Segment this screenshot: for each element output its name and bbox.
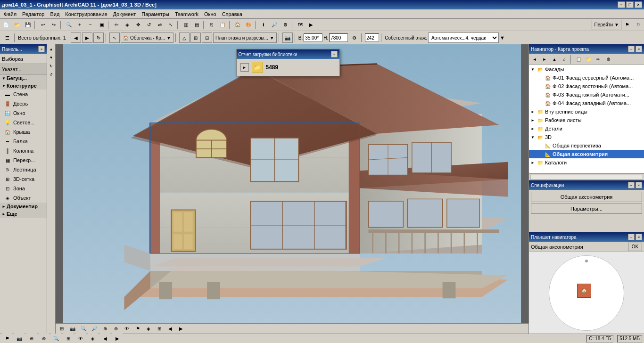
deselect-btn[interactable]: ▶ [82, 33, 92, 43]
status-btn-7[interactable]: 👁 [75, 334, 86, 343]
panel-toggle[interactable]: ☰ [2, 33, 12, 43]
status-btn-3[interactable]: ⊕ [26, 334, 37, 343]
sidebar-item-column[interactable]: ║ Колонна [0, 146, 47, 155]
view-dropdown[interactable]: План этажа и разрезы... ▼ [213, 33, 277, 43]
info-btn[interactable]: ℹ [258, 20, 269, 30]
mirror-btn[interactable]: ⇌ [155, 20, 165, 30]
save-btn[interactable]: 💾 [23, 20, 33, 30]
vp-btn-12[interactable]: ▶ [176, 324, 186, 334]
sidebar-section-docs[interactable]: ► Документир [0, 203, 47, 210]
3d-btn[interactable]: 🏠 [232, 20, 243, 30]
tree-item-facade1[interactable]: 🏠 Ф-01 Фасад серверный (Автома... [529, 74, 644, 82]
group-btn[interactable]: ▥ [181, 20, 191, 30]
nav-home-btn[interactable]: ⌂ [560, 55, 569, 64]
tree-item-facade3[interactable]: 🏠 Ф-03 Фасад южный (Автомати... [529, 90, 644, 99]
sidebar-item-zone[interactable]: ⊡ Зона [0, 184, 47, 193]
vp-btn-4[interactable]: 🔎 [89, 324, 99, 334]
3d-viewport[interactable] [56, 44, 528, 323]
find-btn[interactable]: 🔎 [269, 20, 280, 30]
ungroup-btn[interactable]: ▤ [191, 20, 202, 30]
menu-help[interactable]: Справка [219, 10, 245, 18]
new-btn[interactable]: 📄 [1, 20, 11, 30]
status-btn-2[interactable]: 📷 [14, 334, 25, 343]
nav-close-btn[interactable]: × [636, 46, 642, 52]
status-btn-8[interactable]: ◈ [88, 334, 98, 343]
shell-dropdown[interactable]: 🏠 Оболочка - Кр... ▼ [121, 33, 173, 43]
tree-item-interior[interactable]: ► 📁 Внутренние виды [529, 107, 644, 116]
settings-btn[interactable]: ⚙ [280, 20, 290, 30]
vp-btn-2[interactable]: 📷 [67, 324, 78, 334]
nav-up-btn[interactable]: ▲ [550, 55, 559, 64]
vp-btn-10[interactable]: ⊞ [154, 324, 165, 334]
nav-edit-btn[interactable]: ✏ [594, 55, 603, 64]
nav-copy-btn[interactable]: 📋 [574, 55, 583, 64]
copy-btn[interactable]: ⎘ [206, 20, 217, 30]
tree-item-working[interactable]: ► 📁 Рабочие листы [529, 116, 644, 124]
angle-h-input[interactable] [329, 33, 348, 42]
nav-tree[interactable]: ▼ 📂 Фасады 🏠 Ф-01 Фасад серверный (Автом… [529, 65, 644, 173]
paste-btn[interactable]: 📋 [217, 20, 228, 30]
angle-w-input[interactable] [304, 33, 322, 42]
nav-folder-btn[interactable]: 📁 [584, 55, 593, 64]
3d-tool-btn[interactable]: △ [179, 33, 190, 43]
maximize-button[interactable]: □ [626, 1, 634, 8]
menu-teamwork[interactable]: Teamwork [172, 10, 201, 18]
close-window-button[interactable]: × [635, 1, 642, 8]
vert-btn-1[interactable]: ▲ [48, 45, 55, 53]
floor-select[interactable]: Автоматическ...4. чердак [428, 33, 499, 43]
undo-btn[interactable]: ↩ [38, 20, 48, 30]
nav-btn[interactable]: 🗺 [295, 20, 305, 30]
nav-map-minimize-btn[interactable]: − [628, 234, 635, 240]
menu-edit[interactable]: Редактор [19, 10, 47, 18]
status-btn-4[interactable]: ⊗ [39, 334, 49, 343]
zoom-all[interactable]: 🔍 [64, 20, 74, 30]
status-btn-10[interactable]: ▶ [112, 334, 123, 343]
zoom-sel[interactable]: ▣ [96, 20, 107, 30]
section-tool-btn[interactable]: ⊟ [202, 33, 212, 43]
camera-btn[interactable]: 📷 [282, 33, 293, 43]
sidebar-section-more[interactable]: ► Еще [0, 210, 47, 218]
render-btn[interactable]: 🎨 [243, 20, 254, 30]
floor-num-input[interactable] [365, 33, 379, 42]
zoom-in[interactable]: + [74, 20, 85, 30]
spec-minimize-btn[interactable]: − [628, 182, 635, 188]
vert-btn-4[interactable]: ↺ [48, 71, 55, 78]
plan-tool-btn[interactable]: ⊞ [190, 33, 201, 43]
sidebar-item-light[interactable]: 💡 Светов... [0, 118, 47, 127]
status-btn-6[interactable]: ⊞ [63, 334, 74, 343]
status-btn-1[interactable]: ⚑ [2, 334, 12, 343]
menu-window[interactable]: Окно [201, 10, 219, 18]
sidebar-item-overlap[interactable]: ▦ Перекр... [0, 155, 47, 165]
select-btn[interactable]: ▶ [306, 20, 316, 30]
menu-params[interactable]: Параметры [139, 10, 172, 18]
status-btn-5[interactable]: 🔍 [51, 334, 61, 343]
nav-map-close-btn[interactable]: × [636, 234, 642, 240]
open-btn[interactable]: 📂 [12, 20, 22, 30]
tree-item-facade4[interactable]: 🏠 Ф-04 Фасад западный (Автома... [529, 99, 644, 107]
spec-close-btn[interactable]: × [636, 182, 642, 188]
panel-close-btn[interactable]: × [38, 46, 45, 52]
nav-forward-btn[interactable]: ► [540, 55, 549, 64]
zoom-out[interactable]: − [85, 20, 96, 30]
nav-map-ok-btn[interactable]: OK [628, 243, 642, 251]
spec-axon-btn[interactable]: Общая аксонометрия [531, 192, 642, 202]
erase-btn[interactable]: ◈ [122, 20, 132, 30]
vert-btn-3[interactable]: ↻ [48, 62, 55, 70]
vp-btn-11[interactable]: ◀ [165, 324, 175, 334]
extra-btn2[interactable]: ⚐ [633, 20, 643, 30]
tab-arrow[interactable]: Указат... [0, 64, 47, 74]
vp-btn-7[interactable]: 👁 [122, 324, 132, 334]
sidebar-item-beam[interactable]: ━ Балка [0, 137, 47, 146]
menu-document[interactable]: Документ [110, 10, 139, 18]
draw-btn[interactable]: ✏ [111, 20, 122, 30]
tree-item-axon[interactable]: 📐 Общая аксонометрия [529, 150, 644, 158]
select-arrow[interactable]: ↖ [109, 33, 120, 43]
menu-construct[interactable]: Конструирование [62, 10, 110, 18]
menu-file[interactable]: Файл [1, 10, 19, 18]
scale-btn[interactable]: ⤡ [165, 20, 176, 30]
rotate-3d-btn[interactable]: ↻ [93, 33, 104, 43]
rotate-btn[interactable]: ↺ [144, 20, 154, 30]
redo-btn[interactable]: ↪ [49, 20, 59, 30]
tree-item-3d[interactable]: ▼ 📂 3D [529, 133, 644, 141]
nav-minimize-btn[interactable]: − [628, 46, 635, 52]
